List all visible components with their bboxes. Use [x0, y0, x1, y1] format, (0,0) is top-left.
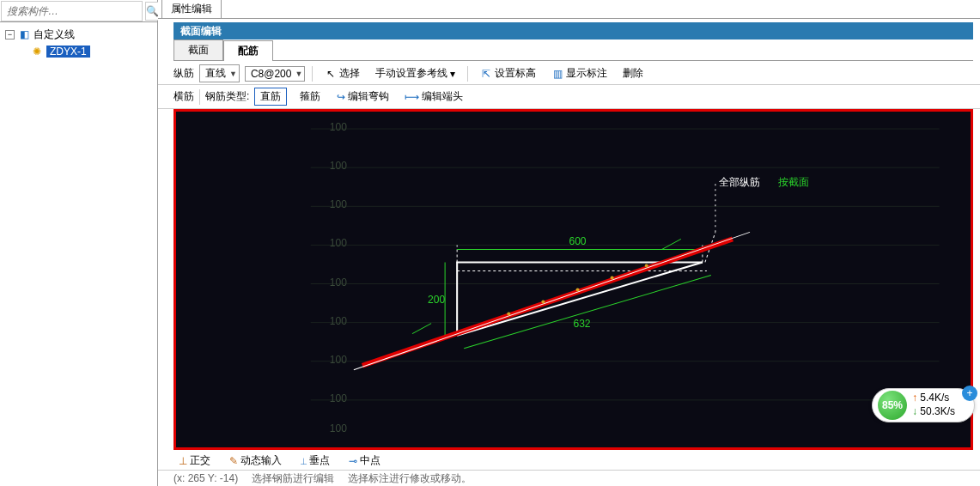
annot-section[interactable]: 按截面	[778, 176, 809, 188]
dim-top: 600	[569, 235, 586, 247]
custom-line-icon: ◧	[18, 28, 30, 40]
svg-point-22	[611, 276, 614, 279]
mid-icon: ⊸	[349, 455, 357, 467]
toolbar-separator	[199, 89, 200, 105]
mid-snap-toggle[interactable]: ⊸中点	[344, 453, 386, 469]
annot-all: 全部纵筋	[719, 176, 760, 188]
grid-tick: 100	[330, 392, 347, 404]
tree-root-label: 自定义线	[33, 27, 75, 42]
item-icon: ✺	[31, 46, 43, 58]
speed-percent: 85%	[878, 391, 907, 420]
cursor-icon: ↖	[325, 68, 337, 80]
snap-strip: ⊥正交 ✎动态输入 ⟂垂点 ⊸中点	[158, 450, 980, 471]
speed-lines: 5.4K/s 50.3K/s	[912, 392, 955, 418]
tree-item-row[interactable]: ✺ ZDYX-1	[2, 43, 155, 60]
panel-title: 截面编辑	[173, 22, 973, 39]
svg-point-19	[507, 313, 510, 316]
collapse-icon[interactable]: −	[5, 30, 15, 39]
grid-tick: 100	[330, 160, 347, 172]
outer-tab-bar: 属性编辑	[158, 0, 980, 19]
grid-tick: 100	[330, 315, 347, 327]
search-icon: 🔍	[146, 5, 159, 17]
edit-hook-button[interactable]: ↪编辑弯钩	[332, 88, 394, 106]
type-stirrup-option[interactable]: 箍筋	[294, 88, 326, 106]
speed-widget[interactable]: 85% 5.4K/s 50.3K/s +	[872, 388, 975, 422]
manual-refline-button[interactable]: 手动设置参考线 ▾	[370, 64, 460, 82]
dyn-icon: ✎	[229, 455, 238, 467]
toolbar-longitudinal: 纵筋 直线▼ C8@200▼ ↖选择 手动设置参考线 ▾ ⇱设置标高 ▥显示标注…	[158, 61, 980, 85]
spec-combo[interactable]: C8@200▼	[245, 66, 305, 82]
grid-tick: 100	[330, 354, 347, 366]
tab-property-edit[interactable]: 属性编辑	[161, 0, 222, 18]
trans-label: 横筋	[173, 89, 194, 104]
type-line-option[interactable]: 直筋	[254, 88, 287, 106]
tab-rebar[interactable]: 配筋	[223, 40, 273, 61]
toolbar-separator	[312, 66, 313, 82]
tree-root-row[interactable]: − ◧ 自定义线	[2, 26, 155, 43]
component-tree: − ◧ 自定义线 ✺ ZDYX-1	[0, 22, 157, 64]
tree-item-label: ZDYX-1	[46, 46, 90, 58]
svg-line-18	[354, 232, 750, 369]
end-icon: ⟼	[405, 91, 419, 103]
canvas-wrap: 100 100 100 100 100 100 100 100 100	[173, 109, 973, 450]
delete-button[interactable]: 删除	[618, 64, 648, 82]
plus-icon[interactable]: +	[962, 386, 977, 401]
coord-readout: (x: 265 Y: -14)	[173, 472, 238, 484]
dim-bottom: 632	[574, 318, 591, 330]
longit-label: 纵筋	[173, 66, 194, 81]
svg-line-17	[412, 324, 431, 334]
svg-line-16	[662, 239, 681, 249]
drawing-canvas[interactable]: 100 100 100 100 100 100 100 100 100	[173, 109, 973, 450]
grid-tick: 100	[330, 121, 347, 133]
chevron-down-icon: ▼	[295, 70, 302, 78]
annotation-icon: ▥	[551, 68, 563, 80]
grid-tick: 100	[330, 198, 347, 210]
ortho-toggle[interactable]: ⊥正交	[173, 453, 216, 469]
right-panel: 属性编辑 截面编辑 截面 配筋 纵筋 直线▼ C8@200▼ ↖选择 手动设置参…	[158, 0, 980, 486]
tab-section[interactable]: 截面	[173, 39, 223, 60]
perp-snap-toggle[interactable]: ⟂垂点	[295, 453, 335, 469]
chevron-down-icon: ▾	[450, 68, 455, 80]
grid-tick: 100	[330, 276, 347, 289]
left-panel: 🔍 − ◧ 自定义线 ✺ ZDYX-1	[0, 0, 158, 486]
show-annotation-button[interactable]: ▥显示标注	[546, 64, 612, 82]
search-row: 🔍	[0, 0, 157, 22]
hint-text-1: 选择钢筋进行编辑	[252, 471, 334, 486]
chevron-down-icon: ▼	[229, 70, 237, 78]
svg-point-21	[576, 289, 580, 292]
edit-end-button[interactable]: ⟼编辑端头	[399, 88, 468, 106]
line-type-combo[interactable]: 直线▼	[199, 64, 240, 82]
sub-tab-bar: 截面 配筋	[173, 39, 973, 61]
search-input[interactable]	[2, 2, 142, 21]
canvas-svg: 100 100 100 100 100 100 100 100 100	[176, 112, 971, 447]
grid-tick: 100	[330, 237, 347, 249]
svg-point-23	[645, 264, 648, 267]
toolbar-transverse: 横筋 钢筋类型: 直筋 箍筋 ↪编辑弯钩 ⟼编辑端头	[158, 85, 980, 109]
hook-icon: ↪	[337, 91, 345, 103]
set-elevation-button[interactable]: ⇱设置标高	[475, 64, 541, 82]
svg-point-20	[541, 301, 545, 304]
perp-icon: ⟂	[301, 455, 307, 467]
grid-tick: 100	[330, 422, 347, 434]
elevation-icon: ⇱	[480, 68, 492, 80]
status-bar: (x: 265 Y: -14) 选择钢筋进行编辑 选择标注进行修改或移动。	[158, 471, 980, 486]
speed-down: 50.3K/s	[912, 405, 955, 419]
speed-up: 5.4K/s	[912, 392, 955, 405]
dim-left: 200	[428, 294, 445, 306]
type-label: 钢筋类型:	[205, 89, 249, 104]
dyn-input-toggle[interactable]: ✎动态输入	[224, 453, 287, 469]
hint-text-2: 选择标注进行修改或移动。	[348, 471, 472, 486]
toolbar-separator	[467, 66, 468, 82]
ortho-icon: ⊥	[179, 455, 187, 467]
select-button[interactable]: ↖选择	[320, 64, 365, 82]
